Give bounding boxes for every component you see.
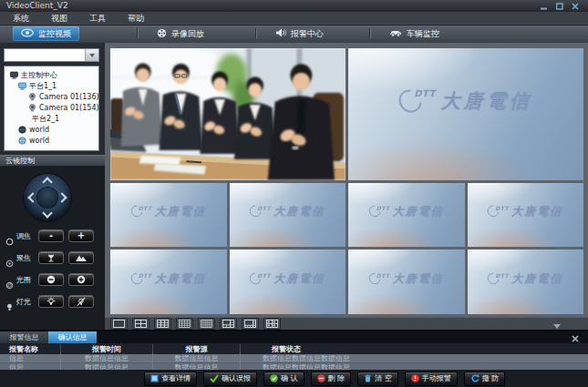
column-alarm-source: 报警源 [152, 344, 240, 354]
menu-tools[interactable]: 工具 [78, 12, 117, 25]
video-cell[interactable]: DTT大唐電信 [348, 183, 465, 248]
monitor-dark-icon [10, 71, 18, 79]
maximize-button[interactable] [555, 2, 564, 10]
tab-vehicle-monitor[interactable]: 车辆监控 [381, 26, 448, 41]
video-cell[interactable]: DTT大唐電信 [230, 250, 346, 314]
ptz-dpad[interactable] [24, 174, 71, 221]
tab-confirm-info[interactable]: 确认信息 [48, 331, 97, 343]
video-cell[interactable]: DTT大唐電信 [110, 250, 227, 314]
film-reel-icon [157, 28, 167, 40]
globe-blue-icon [18, 137, 26, 145]
tree-item-world-1[interactable]: world [5, 124, 98, 135]
tab-monitor-video[interactable]: 监控视频 [13, 26, 79, 41]
video-area: DTT 大唐電信 DTT大唐電信 DTT大唐電信 DTT大唐電信 DTT大唐電信… [105, 43, 588, 317]
brand-watermark: DTT大唐電信 [468, 271, 584, 287]
host-icon [18, 82, 26, 90]
ptz-panel-header: 云镜控制 [0, 155, 105, 167]
alarm-action-bar: 查看详情 确认误报 确 认 删 除 清 空 手动报警 [0, 370, 588, 387]
chevron-down-icon [553, 324, 561, 346]
ptz-focus-row: 聚焦 [4, 250, 102, 265]
iris-plus-button[interactable] [68, 273, 94, 286]
camera-icon [28, 93, 36, 101]
chevron-down-icon [89, 54, 95, 57]
device-tree: 主控制中心 平台1_1 Camera 01(136) Camera 01(154… [4, 66, 99, 151]
zoom-in-button[interactable]: + [68, 229, 94, 242]
tree-item-control-center[interactable]: 主控制中心 [5, 69, 98, 80]
layout-1-plus-5-button[interactable] [220, 318, 237, 330]
iris-plus-icon [77, 275, 86, 284]
video-cell[interactable]: DTT大唐電信 [468, 183, 584, 248]
layout-4-button[interactable] [132, 318, 150, 330]
confirm-button[interactable]: 确 认 [263, 372, 304, 386]
video-client-window: VideoClient_V2 系统 视图 工具 帮助 监控视频 录像回放 报警中… [0, 0, 588, 387]
menu-system[interactable]: 系统 [2, 12, 40, 25]
ptz-light-row: 灯光 [4, 294, 102, 309]
video-cell-logo-large[interactable]: DTT 大唐電信 [348, 48, 583, 180]
bulb-icon [5, 298, 14, 306]
tree-item-platform2[interactable]: 平台2_1 [5, 113, 98, 124]
layout-1-button[interactable] [110, 318, 128, 330]
close-icon [572, 335, 579, 342]
details-icon [150, 374, 159, 382]
tab-playback[interactable]: 录像回放 [149, 26, 212, 41]
tree-item-camera-136[interactable]: Camera 01(136) [5, 91, 98, 102]
close-button[interactable] [571, 2, 580, 10]
video-cell[interactable]: DTT大唐電信 [230, 183, 346, 248]
ptz-up-arrow[interactable] [42, 177, 52, 187]
focus-near-button[interactable] [38, 251, 64, 264]
tree-item-camera-154[interactable]: Camera 01(154) [5, 102, 98, 113]
video-grid: DTT 大唐電信 DTT大唐電信 DTT大唐電信 DTT大唐電信 DTT大唐電信… [110, 48, 583, 314]
focus-far-button[interactable] [68, 251, 94, 264]
zoom-out-button[interactable]: - [38, 229, 64, 242]
light-on-button[interactable] [38, 295, 64, 308]
ptz-center-button[interactable] [37, 188, 57, 208]
tab-alarm-info[interactable]: 报警信息 [0, 331, 48, 343]
layout-pip-button[interactable] [263, 318, 281, 330]
menu-help[interactable]: 帮助 [117, 12, 155, 25]
combo-dropdown-button[interactable] [85, 49, 98, 61]
ptz-right-arrow[interactable] [57, 192, 67, 202]
layout-25-button[interactable] [198, 318, 215, 330]
video-cell-main-camera[interactable] [110, 48, 346, 180]
delete-button[interactable]: 删 除 [311, 372, 352, 386]
tree-item-platform1[interactable]: 平台1_1 [5, 80, 98, 91]
brand-watermark: DTT大唐電信 [110, 271, 227, 287]
menu-view[interactable]: 视图 [40, 12, 78, 25]
sidebar: 主控制中心 平台1_1 Camera 01(136) Camera 01(154… [0, 43, 105, 330]
confirm-icon [270, 374, 278, 382]
light-off-button[interactable] [68, 295, 94, 308]
device-combo[interactable] [4, 48, 99, 62]
alarm-panel: 报警信息 确认信息 报警名称 报警时间 报警源 报警状态 信息 数据信息信息 数… [0, 330, 588, 387]
layout-1-plus-7-button[interactable] [242, 318, 259, 330]
layout-16-button[interactable] [176, 318, 193, 330]
clear-icon [364, 374, 372, 382]
zoom-ring-icon [5, 232, 14, 240]
window-title: VideoClient_V2 [0, 0, 540, 12]
minimize-button[interactable] [540, 2, 549, 10]
video-cell[interactable]: DTT大唐電信 [348, 250, 465, 314]
view-details-button[interactable]: 查看详情 [144, 372, 197, 386]
video-cell[interactable]: DTT大唐電信 [468, 250, 584, 314]
light-off-icon [76, 297, 87, 307]
ptz-panel: 调焦 - + 聚焦 光圈 灯光 [0, 167, 105, 330]
brand-watermark: DTT大唐電信 [230, 271, 346, 287]
confirm-false-alarm-button[interactable]: 确认误报 [203, 372, 257, 386]
tree-item-world-2[interactable]: world [5, 135, 98, 146]
clear-button[interactable]: 清 空 [357, 372, 398, 386]
manual-alarm-button[interactable]: 手动报警 [405, 372, 458, 386]
focus-ring-icon [5, 254, 14, 262]
ptz-down-arrow[interactable] [42, 208, 52, 218]
ptz-left-arrow[interactable] [27, 192, 37, 202]
disarm-button[interactable]: 撤 防 [464, 372, 506, 386]
ptz-zoom-row: 调焦 - + [4, 229, 102, 243]
brand-watermark: DTT大唐電信 [348, 271, 465, 287]
speaker-icon [275, 28, 286, 39]
column-alarm-status: 报警状态 [240, 344, 588, 354]
meeting-room-feed [110, 48, 346, 180]
video-cell[interactable]: DTT大唐電信 [110, 183, 227, 248]
iris-minus-button[interactable] [38, 273, 64, 286]
ptz-iris-row: 光圈 [4, 272, 102, 287]
layout-bar [105, 317, 588, 330]
tab-alarm-center[interactable]: 报警中心 [267, 26, 332, 41]
layout-9-button[interactable] [154, 318, 171, 330]
